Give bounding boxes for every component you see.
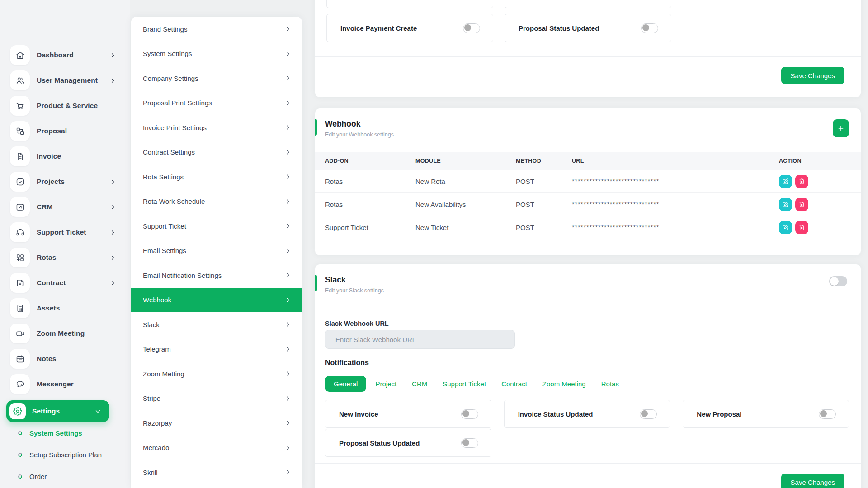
column-header-module: MODULE [415,158,516,164]
tab-rotas[interactable]: Rotas [595,376,625,392]
sidebar-item-user-management[interactable]: User Management [0,68,130,93]
settings-menu-item-email-settings[interactable]: Email Settings [131,239,302,263]
settings-menu-item-webhook[interactable]: Webhook [131,288,302,313]
sidebar-item-messenger[interactable]: Messenger [0,371,130,397]
toggle-switch[interactable] [640,409,657,419]
edit-button[interactable] [779,198,792,211]
settings-menu-item-contract-settings[interactable]: Contract Settings [131,140,302,165]
chevron-right-icon [285,51,291,57]
toggle-card-new-proposal: New Proposal [683,400,849,428]
tab-support-ticket[interactable]: Support Ticket [436,376,492,392]
cell-module: New Availabilitys [415,201,516,208]
settings-menu-item-system-settings[interactable]: System Settings [131,42,302,66]
gear-icon [13,407,22,416]
toggle-card-cutoff [505,0,671,8]
tab-general[interactable]: General [325,376,366,392]
sidebar-item-zoom-meeting[interactable]: Zoom Meeting [0,321,130,346]
menu-item-label: Proposal Print Settings [143,99,212,107]
menu-item-label: Email Settings [143,247,186,254]
sidebar-item-notes[interactable]: Notes [0,346,130,371]
settings-menu-item-rota-work-schedule[interactable]: Rota Work Schedule [131,189,302,214]
slack-card-body: Slack Webhook URL Notifications General … [315,320,861,457]
toggle-label: New Invoice [339,410,378,418]
toggle-label: Proposal Status Updated [339,439,420,447]
toggle-knob [830,277,839,286]
settings-menu-item-company-settings[interactable]: Company Settings [131,66,302,91]
sidebar-item-support-ticket[interactable]: Support Ticket [0,220,130,245]
row-actions [779,221,861,234]
toggle-switch[interactable] [819,409,836,419]
save-changes-button[interactable]: Save Changes [781,67,844,84]
webhook-table: ADD-ON MODULE METHOD URL ACTION Rotas Ne… [315,152,861,239]
slack-card: Slack Edit your Slack settings Slack Web… [315,264,861,488]
toggle-switch[interactable] [461,438,478,448]
settings-menu-item-razorpay[interactable]: Razorpay [131,411,302,436]
toggle-label: Invoice Status Updated [518,410,593,418]
icon-box [10,172,30,192]
tab-zoom-meeting[interactable]: Zoom Meeting [536,376,592,392]
settings-subitem-setup-subscription-plan[interactable]: Setup Subscription Plan [0,444,130,465]
sidebar-item-invoice[interactable]: Invoice [0,144,130,169]
sidebar-item-projects[interactable]: Projects [0,169,130,194]
slack-url-input[interactable] [325,330,515,349]
save-changes-button[interactable]: Save Changes [781,474,844,488]
settings-menu-item-zoom-metting[interactable]: Zoom Metting [131,361,302,386]
sidebar-item-proposal[interactable]: Proposal [0,118,130,144]
tab-crm[interactable]: CRM [406,376,434,392]
settings-menu-item-invoice-print-settings[interactable]: Invoice Print Settings [131,115,302,140]
edit-button[interactable] [779,175,792,188]
delete-button[interactable] [795,221,808,234]
edit-button[interactable] [779,221,792,234]
menu-item-label: Skrill [143,469,158,476]
sidebar-item-crm[interactable]: CRM [0,194,130,220]
sidebar-item-product-service[interactable]: Product & Service [0,93,130,118]
delete-button[interactable] [795,198,808,211]
settings-subitem-system-settings[interactable]: System Settings [0,422,130,444]
sidebar-item-label: Zoom Meeting [37,329,85,338]
row-actions [779,175,861,188]
tab-contract[interactable]: Contract [495,376,533,392]
tab-project[interactable]: Project [369,376,403,392]
sidebar-item-contract[interactable]: Contract [0,270,130,296]
table-row: Rotas New Availabilitys POST ***********… [315,193,861,216]
toggle-card-new-invoice: New Invoice [325,400,491,428]
cell-addon: Support Ticket [325,224,415,231]
chevron-right-icon [285,174,291,180]
general-card-footer: Save Changes [315,57,861,84]
notifications-title: Notifications [325,359,849,367]
headset-icon [15,228,25,237]
settings-menu-item-brand-settings[interactable]: Brand Settings [131,17,302,42]
sidebar-item-settings[interactable]: Settings [6,400,109,422]
chevron-right-icon [285,26,291,32]
empty-cell [683,14,849,42]
webhook-card: Webhook Edit your Webhook settings ADD-O… [315,108,861,255]
settings-menu-item-mercado[interactable]: Mercado [131,436,302,460]
toggle-knob [462,410,469,417]
toggle-switch[interactable] [641,23,658,33]
delete-button[interactable] [795,175,808,188]
toggle-switch[interactable] [463,23,480,33]
add-webhook-button[interactable] [833,119,849,137]
settings-menu-item-proposal-print-settings[interactable]: Proposal Print Settings [131,91,302,116]
icon-box [10,96,30,116]
settings-menu-item-support-ticket[interactable]: Support Ticket [131,214,302,239]
slack-enable-toggle[interactable] [829,276,847,286]
settings-menu-item-telegram[interactable]: Telegram [131,337,302,362]
settings-menu-item-stripe[interactable]: Stripe [131,386,302,411]
settings-menu-item-slack[interactable]: Slack [131,312,302,337]
settings-menu-item-email-notification-settings[interactable]: Email Notification Settings [131,263,302,288]
edit-icon [783,225,788,230]
edit-icon [783,178,788,184]
subitem-label: Setup Subscription Plan [29,451,102,459]
sidebar-item-assets[interactable]: Assets [0,296,130,321]
toggle-card-invoice-status-updated: Invoice Status Updated [504,400,670,428]
sidebar-item-rotas[interactable]: Rotas [0,245,130,270]
settings-menu-item-skrill[interactable]: Skrill [131,460,302,485]
proposal-icon [15,127,25,136]
toggle-switch[interactable] [461,409,478,419]
icon-box [10,298,30,318]
sidebar-item-dashboard[interactable]: Dashboard [0,42,130,68]
settings-subitem-order[interactable]: Order [0,465,130,487]
sidebar-item-label: Assets [37,304,60,312]
settings-menu-item-rota-settings[interactable]: Rota Settings [131,164,302,189]
